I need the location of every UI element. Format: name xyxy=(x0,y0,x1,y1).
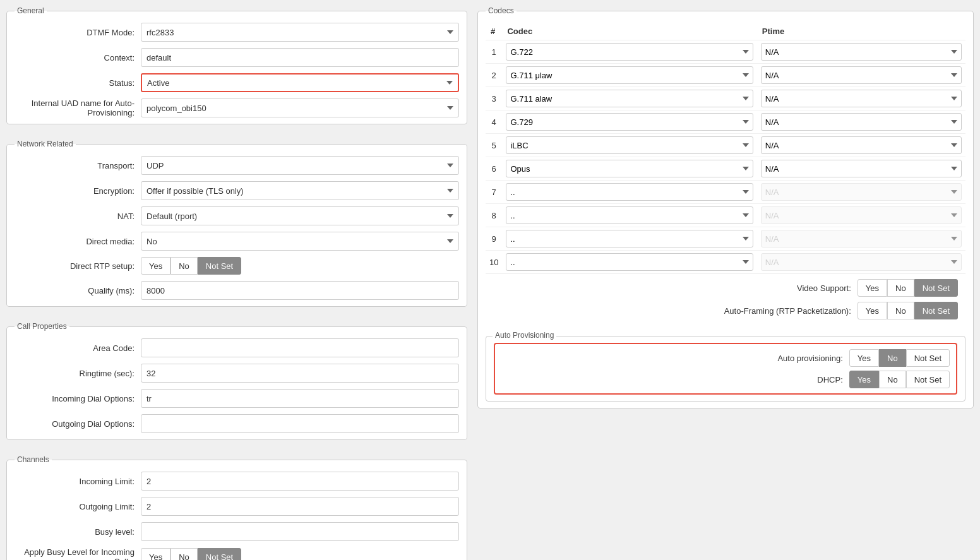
internal-uad-label: Internal UAD name for Auto-Provisioning: xyxy=(15,98,141,117)
dhcp-no-btn[interactable]: No xyxy=(879,371,906,388)
dhcp-btngroup: Yes No Not Set xyxy=(849,371,950,388)
dhcp-yes-btn[interactable]: Yes xyxy=(849,371,879,388)
nat-label: NAT: xyxy=(15,211,141,221)
context-input[interactable] xyxy=(141,48,459,67)
general-title: General xyxy=(15,6,47,15)
codec-num: 3 xyxy=(486,87,502,110)
direct-rtp-yes-btn[interactable]: Yes xyxy=(141,257,170,275)
ptime-select-cell: N/A xyxy=(757,110,965,134)
incoming-limit-row: Incoming Limit: xyxy=(15,472,459,491)
codec-select[interactable]: G.729 xyxy=(506,113,753,131)
auto-prov-btngroup: Yes No Not Set xyxy=(849,349,950,367)
ptime-select[interactable]: N/A xyxy=(761,66,962,84)
nat-select[interactable]: Default (rport) xyxy=(141,206,459,225)
qualify-row: Qualify (ms): xyxy=(15,281,459,300)
direct-media-select[interactable]: No xyxy=(141,232,459,251)
outgoing-dial-row: Outgoing Dial Options: xyxy=(15,414,459,433)
encryption-label: Encryption: xyxy=(15,186,141,196)
internal-uad-select[interactable]: polycom_obi150 xyxy=(141,98,459,117)
ptime-select[interactable]: N/A xyxy=(761,43,962,61)
ringtime-input[interactable] xyxy=(141,364,459,383)
auto-prov-row: Auto provisioning: Yes No Not Set xyxy=(501,349,950,367)
auto-framing-btngroup: Yes No Not Set xyxy=(858,302,958,319)
area-code-input[interactable] xyxy=(141,338,459,357)
codec-select[interactable]: .. xyxy=(506,230,753,247)
transport-select[interactable]: UDP xyxy=(141,156,459,175)
encryption-select[interactable]: Offer if possible (TLS only) xyxy=(141,181,459,200)
ptime-select[interactable]: N/A xyxy=(761,113,962,131)
codec-num: 8 xyxy=(486,204,502,227)
status-label: Status: xyxy=(15,78,141,88)
codec-select[interactable]: Opus xyxy=(506,160,753,177)
busy-level-input[interactable] xyxy=(141,522,459,541)
general-section: General DTMF Mode: rfc2833 Context: Stat… xyxy=(6,6,467,124)
codec-num: 5 xyxy=(486,134,502,157)
auto-prov-no-btn[interactable]: No xyxy=(879,349,906,367)
codec-row: 2G.711 μlawN/A xyxy=(486,64,965,87)
context-label: Context: xyxy=(15,53,141,63)
incoming-dial-input[interactable] xyxy=(141,389,459,408)
auto-prov-notset-btn[interactable]: Not Set xyxy=(906,349,950,367)
codec-select-cell: G.722 xyxy=(502,40,756,64)
call-properties-title: Call Properties xyxy=(15,322,69,331)
outgoing-limit-input[interactable] xyxy=(141,497,459,516)
status-select[interactable]: Active xyxy=(141,73,459,92)
codec-select[interactable]: G.711 alaw xyxy=(506,90,753,107)
ptime-select-cell: N/A xyxy=(757,87,965,110)
incoming-dial-row: Incoming Dial Options: xyxy=(15,389,459,408)
codec-select[interactable]: G.722 xyxy=(506,43,753,61)
channels-title: Channels xyxy=(15,455,52,464)
apply-busy-yes-btn[interactable]: Yes xyxy=(141,548,170,560)
codec-select[interactable]: iLBC xyxy=(506,136,753,154)
codecs-section: Codecs # Codec Ptime 1G.722N/A2G.711 μla… xyxy=(477,6,974,408)
auto-prov-yes-btn[interactable]: Yes xyxy=(849,349,879,367)
status-row: Status: Active xyxy=(15,73,459,92)
ptime-select[interactable]: N/A xyxy=(761,136,962,154)
video-no-btn[interactable]: No xyxy=(887,279,914,297)
dtmf-mode-select[interactable]: rfc2833 xyxy=(141,23,459,42)
nat-row: NAT: Default (rport) xyxy=(15,206,459,225)
auto-provisioning-section: Auto Provisioning Auto provisioning: Yes… xyxy=(486,336,965,402)
busy-level-label: Busy level: xyxy=(15,527,141,537)
codec-select-cell: G.711 alaw xyxy=(502,87,756,110)
outgoing-dial-input[interactable] xyxy=(141,414,459,433)
auto-framing-notset-btn[interactable]: Not Set xyxy=(914,302,958,319)
codec-select[interactable]: .. xyxy=(506,253,753,271)
direct-rtp-no-btn[interactable]: No xyxy=(170,257,198,275)
codec-num: 10 xyxy=(486,251,502,274)
dhcp-notset-btn[interactable]: Not Set xyxy=(906,371,950,388)
video-support-btngroup: Yes No Not Set xyxy=(858,279,958,297)
codec-select[interactable]: G.711 μlaw xyxy=(506,66,753,84)
codec-num: 7 xyxy=(486,181,502,204)
video-yes-btn[interactable]: Yes xyxy=(858,279,887,297)
ptime-select-cell: N/A xyxy=(757,157,965,181)
ptime-select-cell: N/A xyxy=(757,204,965,227)
apply-busy-notset-btn[interactable]: Not Set xyxy=(198,548,241,560)
network-related-section: Network Related Transport: UDP Encryptio… xyxy=(6,140,467,307)
ptime-select[interactable]: N/A xyxy=(761,90,962,107)
ptime-select[interactable]: N/A xyxy=(761,160,962,177)
auto-framing-yes-btn[interactable]: Yes xyxy=(858,302,887,319)
ptime-select-cell: N/A xyxy=(757,181,965,204)
codec-select[interactable]: .. xyxy=(506,183,753,201)
channels-section: Channels Incoming Limit: Outgoing Limit:… xyxy=(6,455,467,560)
codec-select-cell: .. xyxy=(502,227,756,251)
auto-prov-title: Auto Provisioning xyxy=(493,331,556,340)
col-ptime: Ptime xyxy=(757,23,965,40)
ptime-select: N/A xyxy=(761,206,962,224)
codecs-bottom: Video Support: Yes No Not Set Auto-Frami… xyxy=(486,273,965,330)
apply-busy-label: Apply Busy Level for Incoming Calls: xyxy=(15,547,141,560)
outgoing-limit-label: Outgoing Limit: xyxy=(15,502,141,511)
incoming-limit-input[interactable] xyxy=(141,472,459,491)
codec-row: 5iLBCN/A xyxy=(486,134,965,157)
codec-select-cell: Opus xyxy=(502,157,756,181)
codec-select[interactable]: .. xyxy=(506,206,753,224)
ptime-select-cell: N/A xyxy=(757,134,965,157)
video-notset-btn[interactable]: Not Set xyxy=(914,279,958,297)
apply-busy-no-btn[interactable]: No xyxy=(170,548,198,560)
auto-framing-no-btn[interactable]: No xyxy=(887,302,914,319)
qualify-input[interactable] xyxy=(141,281,459,300)
direct-rtp-notset-btn[interactable]: Not Set xyxy=(198,257,241,275)
auto-prov-label: Auto provisioning: xyxy=(748,354,849,363)
ptime-select-cell: N/A xyxy=(757,40,965,64)
